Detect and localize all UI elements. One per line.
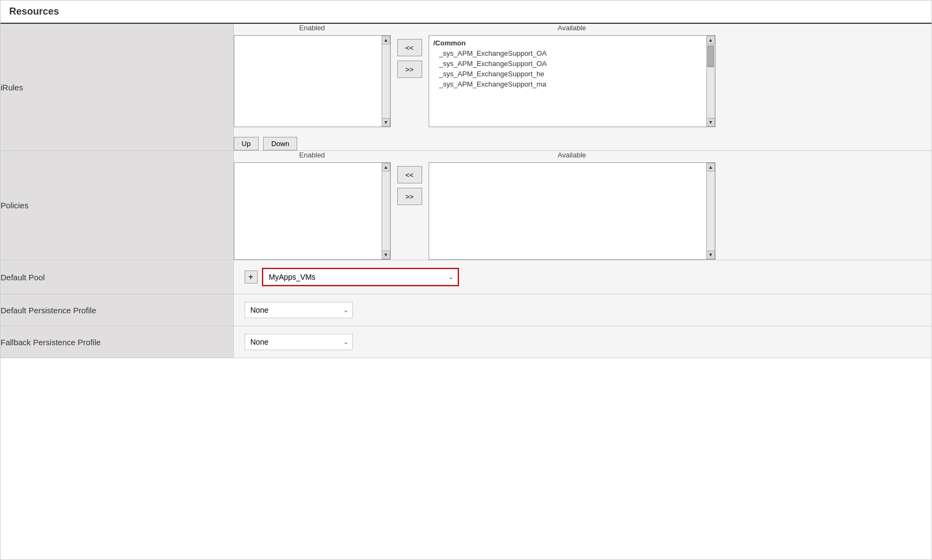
fallback-persistence-label: Fallback Persistence Profile [1, 326, 233, 358]
list-item[interactable]: _sys_APM_ExchangeSupport_ma [431, 79, 713, 89]
scroll-up-icon[interactable]: ▲ [706, 163, 715, 172]
irules-enabled-inner[interactable] [234, 36, 390, 127]
scroll-up-icon[interactable]: ▲ [382, 36, 390, 44]
default-pool-select[interactable]: MyApps_VMs None [263, 269, 458, 285]
policies-enabled-listbox[interactable]: ▲ ▼ [234, 162, 391, 260]
default-pool-add-button[interactable]: + [245, 271, 258, 284]
irules-row: iRules Enabled ▲ ▼ [1, 24, 931, 151]
list-item[interactable]: _sys_APM_ExchangeSupport_OA [431, 58, 713, 69]
scroll-track [382, 172, 390, 251]
irules-available-label: Available [429, 24, 716, 32]
default-persistence-select-wrapper: None ⌄ [245, 302, 353, 318]
irules-enabled-scrollbar[interactable]: ▲ ▼ [382, 36, 390, 127]
policies-move-left-button[interactable]: << [397, 166, 422, 183]
list-item[interactable]: _sys_APM_ExchangeSupport_he [431, 69, 713, 79]
irules-enabled-label: Enabled [234, 24, 391, 32]
default-pool-row: Default Pool + MyApps_VMs None ⌄ [1, 260, 931, 294]
policies-available-label: Available [429, 151, 716, 159]
default-pool-select-wrapper: MyApps_VMs None ⌄ [263, 269, 458, 285]
page-title: Resources [1, 1, 931, 24]
irules-transfer-buttons: << >> [397, 39, 422, 78]
irules-group-header: /Common [431, 38, 713, 48]
scroll-down-icon[interactable]: ▼ [706, 118, 715, 127]
policies-row: Policies Enabled ▲ ▼ [1, 151, 931, 260]
default-pool-content: + MyApps_VMs None ⌄ [233, 260, 931, 294]
scroll-down-icon[interactable]: ▼ [382, 251, 390, 259]
irules-available-scrollbar[interactable]: ▲ ▼ [706, 36, 715, 127]
default-persistence-select[interactable]: None [245, 302, 353, 318]
down-button[interactable]: Down [263, 137, 297, 150]
policies-enabled-label: Enabled [234, 151, 391, 159]
default-persistence-label: Default Persistence Profile [1, 294, 233, 326]
default-pool-label: Default Pool [1, 260, 233, 294]
irules-available-listbox[interactable]: /Common _sys_APM_ExchangeSupport_OA _sys… [429, 35, 716, 127]
move-right-button[interactable]: >> [397, 61, 422, 78]
irules-enabled-listbox[interactable]: ▲ ▼ [234, 35, 391, 127]
irules-content: Enabled ▲ ▼ [233, 24, 931, 151]
default-persistence-row: Default Persistence Profile None ⌄ [1, 294, 931, 326]
fallback-persistence-select-wrapper: None ⌄ [245, 334, 353, 350]
policies-enabled-scrollbar[interactable]: ▲ ▼ [382, 163, 390, 259]
scroll-up-icon[interactable]: ▲ [706, 36, 715, 44]
scroll-down-icon[interactable]: ▼ [382, 118, 390, 127]
default-persistence-content: None ⌄ [233, 294, 931, 326]
default-pool-dropdown-wrapper: MyApps_VMs None ⌄ [262, 268, 459, 286]
policies-label: Policies [1, 151, 233, 260]
irules-label: iRules [1, 24, 233, 151]
policies-available-scrollbar[interactable]: ▲ ▼ [706, 163, 715, 259]
fallback-persistence-select[interactable]: None [245, 334, 353, 350]
policies-content: Enabled ▲ ▼ [233, 151, 931, 260]
scroll-track [382, 44, 390, 118]
policies-transfer-buttons: << >> [397, 166, 422, 205]
up-button[interactable]: Up [234, 137, 259, 150]
fallback-persistence-row: Fallback Persistence Profile None ⌄ [1, 326, 931, 358]
policies-enabled-inner[interactable] [234, 163, 390, 259]
scroll-thumb [707, 45, 714, 67]
move-left-button[interactable]: << [397, 39, 422, 56]
scroll-up-icon[interactable]: ▲ [382, 163, 390, 172]
scroll-track [707, 44, 714, 118]
irules-updown-buttons: Up Down [234, 137, 932, 150]
policies-available-listbox[interactable]: ▲ ▼ [429, 162, 716, 260]
fallback-persistence-content: None ⌄ [233, 326, 931, 358]
policies-available-inner[interactable] [429, 163, 715, 259]
policies-move-right-button[interactable]: >> [397, 188, 422, 205]
irules-available-inner[interactable]: /Common _sys_APM_ExchangeSupport_OA _sys… [429, 36, 715, 127]
scroll-down-icon[interactable]: ▼ [706, 251, 715, 259]
scroll-track [707, 172, 714, 251]
list-item[interactable]: _sys_APM_ExchangeSupport_OA [431, 48, 713, 58]
